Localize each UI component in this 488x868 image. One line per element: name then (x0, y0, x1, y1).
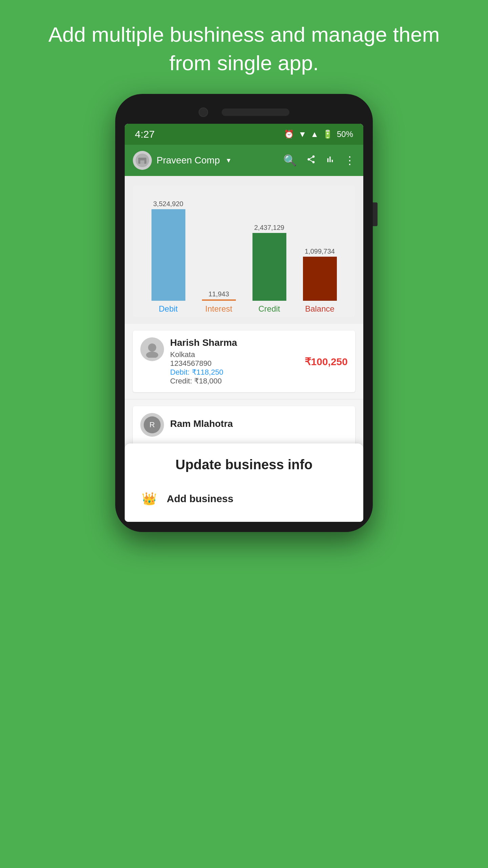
company-avatar (133, 151, 152, 170)
app-bar: Praveen Comp ▾ 🔍 ⋮ (125, 145, 363, 176)
battery-percent: 50% (337, 130, 353, 139)
phone-screen: 4:27 ⏰ ▼ ▲ 🔋 50% Praveen Comp ▾ (125, 124, 363, 522)
customer-city-harish: Kolkata (170, 350, 299, 359)
signal-icon: ▲ (310, 130, 319, 139)
chart-section: 3,524,920 11,943 2,437,129 (125, 176, 363, 324)
crown-icon: 👑 (138, 488, 160, 510)
debit-value: 3,524,920 (153, 200, 183, 208)
credit-label: Credit (252, 304, 286, 314)
debit-bar (151, 209, 185, 301)
dropdown-arrow-icon[interactable]: ▾ (227, 156, 230, 165)
chart-container: 3,524,920 11,943 2,437,129 (133, 185, 355, 317)
alarm-icon: ⏰ (284, 130, 294, 139)
interest-value: 11,943 (208, 290, 229, 298)
interest-bar-group: 11,943 (202, 290, 236, 301)
phone-top-bar (125, 104, 363, 124)
wifi-icon: ▼ (298, 130, 306, 139)
customer-phone-harish: 1234567890 (170, 359, 299, 368)
customer-avatar-harish (140, 337, 164, 361)
customer-avatar-ram: R (140, 413, 164, 437)
balance-label: Balance (303, 304, 337, 314)
interest-bar (202, 299, 236, 301)
add-business-label: Add business (167, 493, 233, 505)
bottom-sheet-title: Update business info (138, 457, 350, 472)
svg-rect-2 (140, 160, 144, 164)
svg-text:R: R (149, 420, 155, 429)
svg-point-3 (148, 343, 156, 352)
customer-name-ram: Ram Mlahotra (170, 418, 233, 429)
status-icons: ⏰ ▼ ▲ 🔋 50% (284, 130, 353, 139)
search-icon[interactable]: 🔍 (283, 154, 297, 167)
credit-value: 2,437,129 (254, 224, 284, 232)
phone-speaker (222, 108, 289, 116)
customer-credit-harish: Credit: ₹18,000 (170, 377, 299, 386)
credit-bar (252, 233, 286, 301)
company-name: Praveen Comp (157, 155, 220, 166)
status-time: 4:27 (135, 129, 155, 140)
debit-label: Debit (151, 304, 185, 314)
chart-icon[interactable] (325, 154, 335, 167)
customer-balance-harish: ₹100,250 (305, 356, 348, 368)
app-bar-left[interactable]: Praveen Comp ▾ (133, 151, 230, 170)
phone-side-button (373, 202, 378, 226)
chart-bars-area: 3,524,920 11,943 2,437,129 (140, 192, 348, 301)
balance-bar-group: 1,099,734 (303, 248, 337, 301)
headline-text: Add multiple bushiness and manage themfr… (21, 0, 467, 94)
customer-card-harish[interactable]: Harish Sharma Kolkata 1234567890 Debit: … (125, 324, 363, 399)
customer-card-ram[interactable]: R Ram Mlahotra (125, 399, 363, 443)
debit-bar-group: 3,524,920 (151, 200, 185, 301)
interest-label: Interest (202, 304, 236, 314)
customer-name-harish: Harish Sharma (170, 337, 299, 348)
svg-point-4 (146, 352, 158, 358)
balance-bar (303, 257, 337, 301)
customer-debit-harish: Debit: ₹118,250 (170, 368, 299, 377)
credit-bar-group: 2,437,129 (252, 224, 286, 301)
more-vert-icon[interactable]: ⋮ (344, 154, 355, 167)
phone-shell: 4:27 ⏰ ▼ ▲ 🔋 50% Praveen Comp ▾ (115, 94, 373, 532)
status-bar: 4:27 ⏰ ▼ ▲ 🔋 50% (125, 124, 363, 145)
add-business-item[interactable]: 👑 Add business (138, 482, 350, 515)
share-icon[interactable] (306, 154, 316, 167)
customer-info-harish: Harish Sharma Kolkata 1234567890 Debit: … (170, 337, 299, 386)
phone-camera (199, 107, 208, 117)
bar-label-row: Debit Interest Credit Balance (140, 301, 348, 314)
bottom-sheet: Update business info 👑 Add business (125, 443, 363, 522)
app-bar-right: 🔍 ⋮ (283, 154, 355, 167)
battery-icon: 🔋 (323, 130, 333, 139)
balance-value: 1,099,734 (305, 248, 335, 255)
